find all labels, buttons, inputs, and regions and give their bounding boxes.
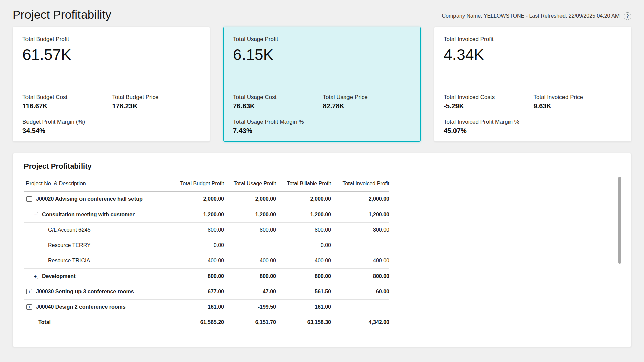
row-description-cell: Resource TERRY (24, 238, 174, 253)
row-description: −J00020 Advising on conference hall setu… (24, 196, 174, 202)
stat-value: 34.54% (22, 127, 200, 135)
row-description: Resource TERRY (24, 242, 174, 248)
row-value: 6,151.70 (224, 315, 276, 330)
stat-value: 9.63K (534, 102, 622, 110)
row-value: 161.00 (174, 299, 224, 315)
row-description: +J00030 Setting up 3 conference rooms (24, 289, 174, 295)
row-value: 400.00 (224, 253, 276, 268)
row-value: -677.00 (174, 284, 224, 299)
row-value: 800.00 (174, 222, 224, 238)
row-value: 400.00 (331, 253, 389, 268)
row-label: Development (42, 273, 75, 279)
table-row: Resource TERRY0.000.00 (24, 238, 389, 253)
table-row: −J00020 Advising on conference hall setu… (24, 191, 389, 207)
stat-total-invoiced-costs: Total Invoiced Costs -5.29K (444, 89, 532, 110)
help-icon[interactable]: ? (624, 12, 631, 20)
stat-value: 116.67K (22, 102, 111, 110)
vertical-scrollbar-thumb[interactable] (618, 177, 621, 264)
collapse-icon[interactable]: − (26, 196, 32, 202)
stat-total-usage-cost: Total Usage Cost 76.63K (233, 89, 321, 110)
stat-total-budget-price: Total Budget Price 178.23K (112, 89, 201, 110)
row-value: 2,000.00 (174, 191, 224, 207)
row-value: 161.00 (276, 299, 331, 315)
row-value: 2,000.00 (276, 191, 331, 207)
page-title: Project Profitability (13, 8, 111, 21)
row-value: 0.00 (174, 238, 224, 253)
table-row: +Development800.00800.00800.00800.00 (24, 268, 389, 284)
table-row: −Consultation meeting with customer1,200… (24, 207, 389, 222)
page-bottom-divider (0, 360, 644, 360)
row-description: Resource TRICIA (24, 258, 174, 264)
table-row: G/L Account 6245800.00800.00800.00800.00 (24, 222, 389, 238)
kpi-title: Total Budget Profit (22, 36, 200, 43)
row-label: J00020 Advising on conference hall setup (36, 196, 143, 202)
row-label: Resource TRICIA (48, 258, 90, 264)
stat-total-invoiced-price: Total Invoiced Price 9.63K (534, 89, 622, 110)
table-title: Project Profitability (24, 162, 620, 171)
collapse-icon[interactable]: − (33, 212, 38, 217)
stat-label: Total Usage Price (323, 94, 411, 101)
table-header-row: Project No. & Description Total Budget P… (24, 176, 389, 191)
stat-label: Total Budget Price (112, 94, 201, 101)
row-description-cell: −J00020 Advising on conference hall setu… (24, 191, 174, 207)
row-value: 800.00 (276, 222, 331, 238)
row-value (224, 238, 276, 253)
row-value: 800.00 (331, 268, 389, 284)
row-value: 1,200.00 (174, 207, 224, 222)
kpi-stats: Total Invoiced Costs -5.29K Total Invoic… (444, 89, 622, 110)
column-header-budget-profit[interactable]: Total Budget Profit (174, 176, 224, 191)
stat-usage-profit-margin: Total Usage Profit Margin % 7.43% (233, 119, 411, 135)
stat-label: Total Invoiced Price (534, 94, 622, 101)
row-value: 800.00 (331, 222, 389, 238)
row-value: 0.00 (276, 238, 331, 253)
kpi-title: Total Invoiced Profit (444, 36, 622, 43)
row-description-cell: −Consultation meeting with customer (24, 207, 174, 222)
row-value (331, 238, 389, 253)
kpi-value: 61.57K (22, 46, 200, 64)
row-value: 800.00 (276, 268, 331, 284)
stat-label: Total Invoiced Costs (444, 94, 532, 101)
header-right: Company Name: YELLOWSTONE - Last Refresh… (442, 12, 631, 20)
kpi-value: 6.15K (233, 46, 411, 64)
column-header-invoiced-profit[interactable]: Total Invoiced Profit (331, 176, 389, 191)
row-value: 800.00 (174, 268, 224, 284)
expand-icon[interactable]: + (26, 304, 32, 310)
stat-value: 82.78K (323, 102, 411, 110)
row-label: Total (38, 319, 51, 325)
row-value: -561.50 (276, 284, 331, 299)
kpi-value: 4.34K (444, 46, 622, 64)
table-panel: Project Profitability Project No. & Desc… (13, 153, 631, 347)
row-value: 61,565.20 (174, 315, 224, 330)
row-value: -199.50 (224, 299, 276, 315)
table-row: +J00030 Setting up 3 conference rooms-67… (24, 284, 389, 299)
stat-value: 45.07% (444, 127, 622, 135)
row-value: -47.00 (224, 284, 276, 299)
kpi-card-total-budget-profit[interactable]: Total Budget Profit 61.57K Total Budget … (13, 27, 210, 142)
expand-icon[interactable]: + (33, 274, 38, 279)
column-header-description[interactable]: Project No. & Description (24, 176, 174, 191)
stat-label: Total Invoiced Profit Margin % (444, 119, 622, 125)
column-header-usage-profit[interactable]: Total Usage Profit (224, 176, 276, 191)
expand-icon[interactable]: + (26, 289, 32, 294)
kpi-stats: Total Usage Cost 76.63K Total Usage Pric… (233, 89, 411, 110)
kpi-card-total-invoiced-profit[interactable]: Total Invoiced Profit 4.34K Total Invoic… (434, 27, 631, 142)
row-value: 1,200.00 (224, 207, 276, 222)
kpi-card-total-usage-profit[interactable]: Total Usage Profit 6.15K Total Usage Cos… (223, 27, 421, 142)
row-value: 4,342.00 (331, 315, 389, 330)
row-description: −Consultation meeting with customer (24, 212, 174, 218)
stat-total-usage-price: Total Usage Price 82.78K (323, 89, 411, 110)
row-label: J00040 Design 2 conference rooms (36, 304, 126, 310)
stat-value: 76.63K (233, 102, 321, 110)
row-description: +Development (24, 273, 174, 279)
stat-invoiced-profit-margin: Total Invoiced Profit Margin % 45.07% (444, 119, 622, 135)
column-header-billable-profit[interactable]: Total Billable Profit (276, 176, 331, 191)
row-value (331, 299, 389, 315)
profitability-table: Project No. & Description Total Budget P… (24, 176, 389, 330)
stat-budget-profit-margin: Budget Profit Margin (%) 34.54% (22, 119, 200, 135)
page-header: Project Profitability Company Name: YELL… (13, 0, 631, 21)
kpi-stats: Total Budget Cost 116.67K Total Budget P… (22, 89, 200, 110)
row-value: 63,158.30 (276, 315, 331, 330)
row-value: 800.00 (224, 268, 276, 284)
table-row: +J00040 Design 2 conference rooms161.00-… (24, 299, 389, 315)
company-refresh-info: Company Name: YELLOWSTONE - Last Refresh… (442, 13, 620, 19)
